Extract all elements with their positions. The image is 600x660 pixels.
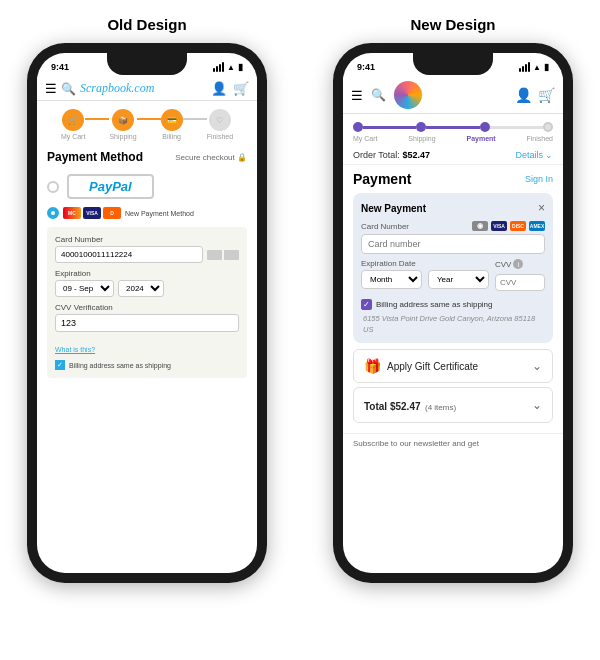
new-step-dot-cart <box>353 122 363 132</box>
new-cvv-label: CVV <box>495 260 511 269</box>
new-logo-icon <box>394 81 422 109</box>
gift-cert-text: Apply Gift Certificate <box>387 361 478 372</box>
new-expiration-row: Month Year <box>361 270 489 289</box>
step-circle-shipping: 📦 <box>112 109 134 131</box>
new-step-dot-payment <box>480 122 490 132</box>
old-payment-form: Card Number Expiration 09 - Sep <box>47 227 247 378</box>
old-header-left: ☰ 🔍 Scrapbook.com <box>45 81 154 96</box>
new-wifi-icon: ▲ <box>533 63 541 72</box>
old-cc-small-logos <box>207 250 239 260</box>
new-year-select[interactable]: Year <box>428 270 489 289</box>
new-phone-notch <box>413 53 493 75</box>
total-text: Total $52.47 <box>364 401 421 412</box>
new-battery-icon: ▮ <box>544 62 549 72</box>
old-header: ☰ 🔍 Scrapbook.com 👤 🛒 <box>37 77 257 101</box>
total-chevron-icon: ⌄ <box>532 398 542 412</box>
order-total-bar: Order Total: $52.47 Details ⌄ <box>343 146 563 165</box>
new-billing-label: Billing address same as shipping <box>376 300 493 309</box>
user-icon[interactable]: 👤 <box>211 81 227 96</box>
new-month-select[interactable]: Month <box>361 270 422 289</box>
hamburger-icon[interactable]: ☰ <box>45 81 57 96</box>
new-step-line-2 <box>426 126 479 129</box>
new-cart-icon[interactable]: 🛒 <box>538 87 555 103</box>
old-logo: Scrapbook.com <box>80 81 154 96</box>
old-expiration-row: 09 - Sep 2024 <box>55 280 239 297</box>
new-step-labels: My Cart Shipping Payment Finished <box>353 135 553 142</box>
new-billing-checkbox[interactable]: ✓ <box>361 299 372 310</box>
gift-chevron-icon: ⌄ <box>532 359 542 373</box>
new-label-payment: Payment <box>466 135 495 142</box>
old-cvv-input[interactable] <box>55 314 239 332</box>
old-cc-section: MC VISA D New Payment Method <box>37 203 257 223</box>
old-card-number-row <box>55 246 239 263</box>
old-mc-icon <box>207 250 222 260</box>
new-label-finished: Finished <box>527 135 553 142</box>
new-design-column: New Design 9:41 <box>306 16 600 583</box>
new-design-title: New Design <box>410 16 495 33</box>
old-card-number-label: Card Number <box>55 235 239 244</box>
cvv-info-icon[interactable]: i <box>513 259 523 269</box>
cart-icon[interactable]: 🛒 <box>233 81 249 96</box>
new-hamburger-icon[interactable]: ☰ <box>351 88 363 103</box>
new-cvv-label-row: CVV i <box>495 259 545 269</box>
step-billing: 💳 Billing <box>161 109 183 140</box>
old-month-select[interactable]: 09 - Sep <box>55 280 114 297</box>
old-billing-label: Billing address same as shipping <box>69 362 171 369</box>
visa-icon: VISA <box>83 207 101 219</box>
order-total-value: $52.47 <box>402 150 430 160</box>
new-payment-card: New Payment × Card Number ◉ VISA <box>353 193 553 343</box>
step-line-2 <box>137 118 161 120</box>
new-header-left: ☰ 🔍 <box>351 81 422 109</box>
old-stepper: 🛒 My Cart 📦 Shipping 💳 Billing <box>37 101 257 144</box>
paypal-radio[interactable] <box>47 181 59 193</box>
order-total-text: Order Total: $52.47 <box>353 150 430 160</box>
new-card-number-label: Card Number ◉ VISA DISC AMEX <box>361 221 545 231</box>
old-year-select[interactable]: 2024 <box>118 280 164 297</box>
cc-radio[interactable] <box>47 207 59 219</box>
details-link[interactable]: Details ⌄ <box>515 150 553 160</box>
old-secure-checkout: Secure checkout 🔒 <box>175 153 247 162</box>
paypal-button[interactable]: PayPal <box>67 174 154 199</box>
new-label-shipping: Shipping <box>408 135 435 142</box>
new-discover-logo: DISC <box>510 221 526 231</box>
old-billing-checkbox[interactable]: ✓ <box>55 360 65 370</box>
new-card-title: New Payment <box>361 203 426 214</box>
new-card-logos: ◉ VISA DISC AMEX <box>472 221 545 231</box>
subscribe-bar: Subscribe to our newsletter and get <box>343 433 563 453</box>
old-header-icons: 👤 🛒 <box>211 81 249 96</box>
new-payment-section: Payment Sign In New Payment × <box>343 165 563 433</box>
new-expiration-label: Expiration Date <box>361 259 489 268</box>
search-icon[interactable]: 🔍 <box>61 82 76 96</box>
old-cvv-label: CVV Verification <box>55 303 239 312</box>
new-header: ☰ 🔍 👤 🛒 <box>343 77 563 114</box>
new-cvv-input[interactable] <box>495 274 545 291</box>
gift-certificate-row[interactable]: 🎁 Apply Gift Certificate ⌄ <box>353 349 553 383</box>
signal-icon <box>213 63 224 72</box>
new-header-icons: 👤 🛒 <box>515 87 555 103</box>
new-time: 9:41 <box>357 62 375 72</box>
new-search-icon[interactable]: 🔍 <box>371 88 386 102</box>
step-line-3 <box>183 118 207 120</box>
old-payment-header: Payment Method Secure checkout 🔒 <box>37 144 257 170</box>
old-design-column: Old Design 9:41 <box>0 16 294 583</box>
gift-icon: 🎁 <box>364 358 381 374</box>
gift-cert-left: 🎁 Apply Gift Certificate <box>364 358 478 374</box>
mastercard-icon: MC <box>63 207 81 219</box>
new-step-line-1 <box>363 126 416 129</box>
new-user-icon[interactable]: 👤 <box>515 87 532 103</box>
new-payment-header-row: Payment Sign In <box>353 171 553 187</box>
what-is-this-link[interactable]: What is this? <box>55 346 95 353</box>
old-billing-checkbox-row: ✓ Billing address same as shipping <box>55 360 239 370</box>
new-card-number-input[interactable] <box>361 234 545 254</box>
chevron-down-icon: ⌄ <box>545 150 553 160</box>
new-billing-checkbox-row: ✓ Billing address same as shipping <box>361 299 545 310</box>
new-step-dot-finished <box>543 122 553 132</box>
old-visa-icon <box>224 250 239 260</box>
new-visa-logo: VISA <box>491 221 507 231</box>
new-label-cart: My Cart <box>353 135 378 142</box>
new-phone: 9:41 ▲ ▮ <box>333 43 573 583</box>
total-row[interactable]: Total $52.47 (4 items) ⌄ <box>353 387 553 423</box>
new-signin-link[interactable]: Sign In <box>525 174 553 184</box>
close-button[interactable]: × <box>538 201 545 215</box>
old-card-number-input[interactable] <box>55 246 203 263</box>
